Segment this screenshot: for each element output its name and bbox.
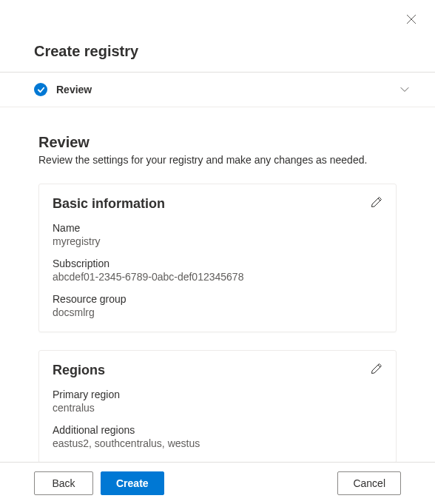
cancel-button[interactable]: Cancel xyxy=(337,471,401,495)
field-additional-regions: Additional regions eastus2, southcentral… xyxy=(53,424,382,449)
resource-group-label: Resource group xyxy=(53,293,382,305)
footer-left-buttons: Back Create xyxy=(34,471,164,495)
svg-line-2 xyxy=(378,198,380,201)
chevron-down-icon xyxy=(399,84,410,95)
field-primary-region: Primary region centralus xyxy=(53,389,382,414)
field-resource-group: Resource group docsmlrg xyxy=(53,293,382,318)
step-complete-icon xyxy=(34,83,47,96)
primary-region-value: centralus xyxy=(53,402,382,414)
step-label: Review xyxy=(56,84,399,95)
panel-title: Create registry xyxy=(34,43,417,60)
panel-header: Create registry xyxy=(0,0,435,73)
resource-group-value: docsmlrg xyxy=(53,306,382,318)
step-review-row[interactable]: Review xyxy=(0,73,435,107)
primary-region-label: Primary region xyxy=(53,389,382,400)
regions-title: Regions xyxy=(53,363,382,378)
edit-regions-button[interactable] xyxy=(371,363,384,376)
review-description: Review the settings for your registry an… xyxy=(38,154,397,166)
name-value: myregistry xyxy=(53,235,382,247)
pencil-icon xyxy=(371,196,382,208)
svg-line-3 xyxy=(378,365,380,367)
close-icon xyxy=(406,14,417,24)
edit-basic-information-button[interactable] xyxy=(371,196,384,209)
regions-card: Regions Primary region centralus Additio… xyxy=(38,350,397,463)
basic-information-card: Basic information Name myregistry Subscr… xyxy=(38,184,397,332)
additional-regions-value: eastus2, southcentralus, westus xyxy=(53,437,382,449)
subscription-value: abcdef01-2345-6789-0abc-def012345678 xyxy=(53,271,382,283)
subscription-label: Subscription xyxy=(53,258,382,269)
field-subscription: Subscription abcdef01-2345-6789-0abc-def… xyxy=(53,258,382,283)
additional-regions-label: Additional regions xyxy=(53,424,382,436)
create-button[interactable]: Create xyxy=(101,471,164,495)
close-button[interactable] xyxy=(405,13,417,25)
name-label: Name xyxy=(53,222,382,234)
basic-information-title: Basic information xyxy=(53,196,382,212)
back-button[interactable]: Back xyxy=(34,471,93,495)
content-area: Review Review the settings for your regi… xyxy=(0,107,435,499)
review-heading: Review xyxy=(38,134,397,151)
pencil-icon xyxy=(371,363,382,374)
panel-footer: Back Create Cancel xyxy=(0,462,435,504)
field-name: Name myregistry xyxy=(53,222,382,247)
